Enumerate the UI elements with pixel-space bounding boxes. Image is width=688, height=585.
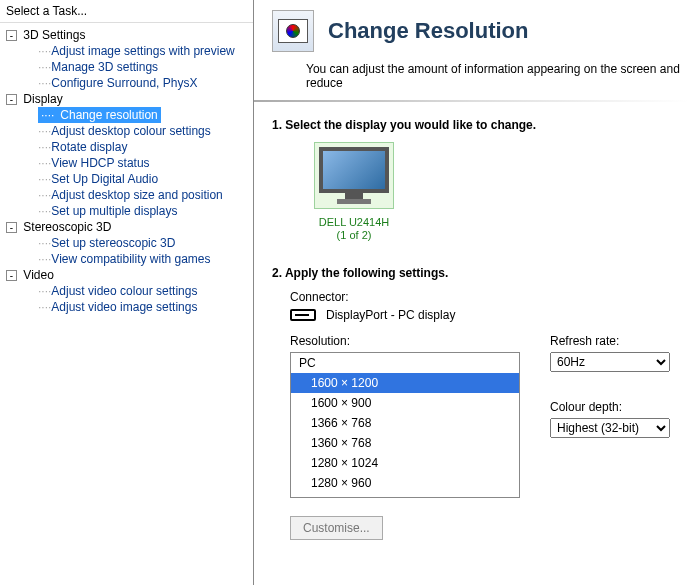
collapse-icon[interactable]: - [6, 94, 17, 105]
tree-item[interactable]: ····Set Up Digital Audio [2, 171, 251, 187]
tree-item[interactable]: ····Adjust desktop size and position [2, 187, 251, 203]
step2-heading: 2. Apply the following settings. [272, 266, 670, 280]
title-row: Change Resolution [254, 0, 688, 56]
display-selector[interactable]: DELL U2414H (1 of 2) [314, 142, 394, 242]
tree-item[interactable]: ····Configure Surround, PhysX [2, 75, 251, 91]
tree-group-stereoscopic-3d[interactable]: - Stereoscopic 3D [2, 219, 251, 235]
tree-item[interactable]: ····Adjust desktop colour settings [2, 123, 251, 139]
task-tree: - 3D Settings ····Adjust image settings … [0, 23, 253, 319]
tree-item[interactable]: ····Adjust video colour settings [2, 283, 251, 299]
resolution-item[interactable]: 1600 × 900 [291, 393, 519, 413]
refresh-rate-select[interactable]: 60Hz [550, 352, 670, 372]
connector-label: Connector: [290, 290, 670, 304]
sidebar: Select a Task... - 3D Settings ····Adjus… [0, 0, 254, 585]
collapse-icon[interactable]: - [6, 30, 17, 41]
tree-item[interactable]: ····Rotate display [2, 139, 251, 155]
tree-group-display[interactable]: - Display [2, 91, 251, 107]
tree-group-video[interactable]: - Video [2, 267, 251, 283]
resolution-item[interactable]: 1280 × 800 [291, 493, 519, 498]
tree-item[interactable]: ····Adjust video image settings [2, 299, 251, 315]
resolution-item[interactable]: 1280 × 960 [291, 473, 519, 493]
tree-item-change-resolution[interactable]: ····Change resolution [2, 107, 251, 123]
tree-item[interactable]: ····View HDCP status [2, 155, 251, 171]
content: 1. Select the display you would like to … [254, 102, 688, 556]
connector-value: DisplayPort - PC display [326, 308, 455, 322]
sidebar-header: Select a Task... [0, 0, 253, 23]
monitor-icon [319, 147, 389, 193]
tree-item[interactable]: ····Adjust image settings with preview [2, 43, 251, 59]
tree-item[interactable]: ····View compatibility with games [2, 251, 251, 267]
collapse-icon[interactable]: - [6, 222, 17, 233]
refresh-label: Refresh rate: [550, 334, 670, 348]
tree-item[interactable]: ····Set up multiple displays [2, 203, 251, 219]
tree-item[interactable]: ····Manage 3D settings [2, 59, 251, 75]
resolution-item[interactable]: 1360 × 768 [291, 433, 519, 453]
collapse-icon[interactable]: - [6, 270, 17, 281]
step1-heading: 1. Select the display you would like to … [272, 118, 670, 132]
page-title: Change Resolution [328, 18, 528, 44]
resolution-item[interactable]: 1280 × 1024 [291, 453, 519, 473]
resolution-item[interactable]: 1366 × 768 [291, 413, 519, 433]
page-subtitle: You can adjust the amount of information… [254, 56, 688, 100]
monitor-index: (1 of 2) [314, 229, 394, 242]
main-panel: Change Resolution You can adjust the amo… [254, 0, 688, 585]
resolution-list[interactable]: PC 1600 × 1200 1600 × 900 1366 × 768 136… [290, 352, 520, 498]
colour-depth-select[interactable]: Highest (32-bit) [550, 418, 670, 438]
depth-label: Colour depth: [550, 400, 670, 414]
resolution-group-header: PC [291, 353, 519, 373]
tree-group-3d-settings[interactable]: - 3D Settings [2, 27, 251, 43]
customise-button[interactable]: Customise... [290, 516, 383, 540]
monitor-name: DELL U2414H [314, 216, 394, 229]
resolution-item[interactable]: 1600 × 1200 [291, 373, 519, 393]
tree-item[interactable]: ····Set up stereoscopic 3D [2, 235, 251, 251]
resolution-icon [272, 10, 314, 52]
displayport-icon [290, 309, 316, 321]
resolution-label: Resolution: [290, 334, 520, 348]
